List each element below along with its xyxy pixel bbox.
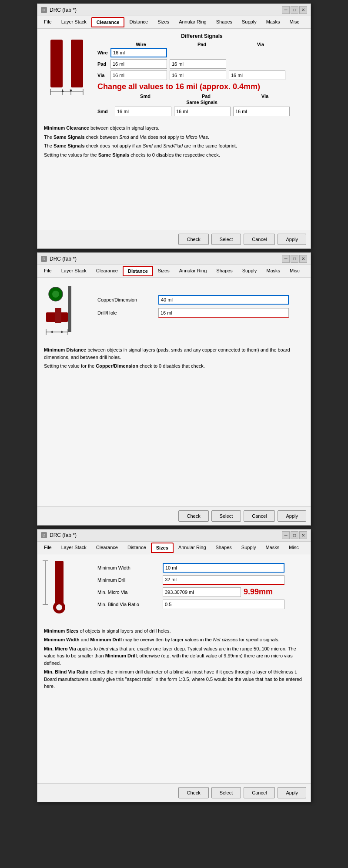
tab-misc-2[interactable]: Misc [285,266,304,276]
min-blind-via-input[interactable] [163,600,284,609]
tab-file[interactable]: File [39,17,57,27]
tab-layer-stack-3[interactable]: Layer Stack [57,543,91,553]
min-width-label: Minimum Width [97,565,163,570]
check-button-3[interactable]: Check [178,787,208,798]
tab-layer-stack-2[interactable]: Layer Stack [57,266,91,276]
pad-wire-input[interactable]: 16 ml [110,59,167,69]
apply-button-3[interactable]: Apply [278,787,306,798]
svg-point-11 [52,291,59,298]
tab-file-3[interactable]: File [39,543,57,553]
select-button-3[interactable]: Select [211,787,241,798]
smd-via-input[interactable] [233,107,290,116]
tab-sizes-3[interactable]: Sizes [151,543,174,553]
tab-supply-2[interactable]: Supply [238,266,262,276]
pad-column-header2: Pad [176,94,237,99]
copper-dimension-input[interactable] [158,295,289,305]
tab-supply-3[interactable]: Supply [237,543,261,553]
close-button-3[interactable]: ✕ [299,531,307,539]
drill-hole-input[interactable] [158,308,289,318]
svg-rect-9 [68,286,71,332]
minimize-button-3[interactable]: ─ [282,531,290,539]
drill-hole-label: Drill/Hole [97,310,158,315]
maximize-button-3[interactable]: □ [291,531,298,539]
distance-diagram [42,282,92,338]
min-width-input[interactable] [163,563,284,573]
cancel-button-2[interactable]: Cancel [244,510,275,522]
tab-masks[interactable]: Masks [261,17,285,27]
drc-window-distance: D DRC (fab *) ─ □ ✕ File Layer Stack Cle… [37,252,311,526]
tab-masks-2[interactable]: Masks [261,266,285,276]
apply-button-2[interactable]: Apply [278,510,306,522]
min-micro-via-input[interactable] [163,587,241,597]
pad-pad-input[interactable]: 16 ml [170,59,226,69]
title-bar-clearance: D DRC (fab *) ─ □ ✕ [37,4,311,16]
minimize-button[interactable]: ─ [282,6,290,14]
check-button-1[interactable]: Check [178,234,208,245]
check-button-2[interactable]: Check [178,510,208,522]
smd-column-header: Smd [115,94,176,99]
select-button-2[interactable]: Select [211,510,241,522]
close-button-2[interactable]: ✕ [299,255,307,263]
clearance-diagram [42,33,92,98]
tab-clearance[interactable]: Clearance [91,17,125,27]
sizes-info-2: Minimum Width and Minimum Drill may be o… [44,636,304,643]
menu-bar-clearance: File Layer Stack Clearance Distance Size… [37,16,311,29]
min-micro-via-label: Min. Micro Via [97,590,163,595]
apply-button-1[interactable]: Apply [278,234,306,245]
tab-annular-ring[interactable]: Annular Ring [174,17,211,27]
tab-sizes[interactable]: Sizes [153,17,174,27]
pad-row-label: Pad [97,61,110,67]
sizes-content: Minimum Width Minimum Drill Min. Micro V… [37,554,311,783]
cancel-button-3[interactable]: Cancel [244,787,275,798]
distance-content: Copper/Dimension Drill/Hole Minimum Dist… [37,278,311,506]
min-drill-label: Minimum Drill [97,577,163,583]
tab-shapes-2[interactable]: Shapes [211,266,237,276]
tab-distance-2[interactable]: Distance [123,266,153,276]
app-icon: D [41,7,47,13]
tab-shapes-3[interactable]: Shapes [211,543,237,553]
via-wire-input[interactable]: 16 ml [110,70,167,80]
tab-masks-3[interactable]: Masks [261,543,284,553]
distance-info: Minimum Distance between objects in sign… [42,346,306,370]
title-bar-distance: D DRC (fab *) ─ □ ✕ [37,253,311,265]
cancel-button-1[interactable]: Cancel [244,234,275,245]
via-via-input[interactable]: 16 ml [229,70,285,80]
distance-info-2: Setting the value for the Copper/Dimensi… [44,362,304,370]
tab-annular-ring-3[interactable]: Annular Ring [174,543,211,553]
same-signals-header: Same Signals [97,100,306,105]
tab-annular-ring-2[interactable]: Annular Ring [174,266,212,276]
smd-smd-input[interactable] [115,107,171,116]
tab-file-2[interactable]: File [39,266,57,276]
change-notice: Change all values to 16 mil (approx. 0.4… [97,82,306,91]
tab-sizes-2[interactable]: Sizes [153,266,174,276]
close-button[interactable]: ✕ [299,6,307,14]
tab-supply[interactable]: Supply [237,17,261,27]
app-icon-3: D [41,532,47,538]
smd-pad-input[interactable] [174,107,231,116]
clearance-info: Minimum Clearance between objects in sig… [42,124,306,158]
clearance-content: Different Signals Wire Pad Via Wire 16 m… [37,29,311,230]
minimize-button-2[interactable]: ─ [282,255,290,263]
info-text-2: The Same Signals check between Smd and V… [44,134,304,141]
tab-layer-stack[interactable]: Layer Stack [57,17,91,27]
via-column-header2: Via [237,94,293,99]
menu-bar-sizes: File Layer Stack Clearance Distance Size… [37,542,311,554]
window-title-clearance: DRC (fab *) [50,7,77,13]
tab-clearance-2[interactable]: Clearance [91,266,123,276]
info-text-4: Setting the values for the Same Signals … [44,151,304,159]
tab-misc-3[interactable]: Misc [284,543,304,553]
tab-clearance-3[interactable]: Clearance [91,543,123,553]
copper-dimension-label: Copper/Dimension [97,297,158,302]
tab-misc[interactable]: Misc [284,17,304,27]
wire-wire-input[interactable]: 16 ml [110,48,167,57]
min-drill-input[interactable] [163,575,284,585]
tab-distance[interactable]: Distance [124,17,153,27]
tab-shapes[interactable]: Shapes [211,17,237,27]
maximize-button-2[interactable]: □ [291,255,298,263]
clearance-footer: Check Select Cancel Apply [37,230,311,248]
tab-distance-3[interactable]: Distance [123,543,151,553]
info-text-3: The Same Signals check does not apply if… [44,142,304,150]
select-button-1[interactable]: Select [211,234,241,245]
maximize-button[interactable]: □ [291,6,298,14]
via-pad-input[interactable]: 16 ml [170,70,226,80]
